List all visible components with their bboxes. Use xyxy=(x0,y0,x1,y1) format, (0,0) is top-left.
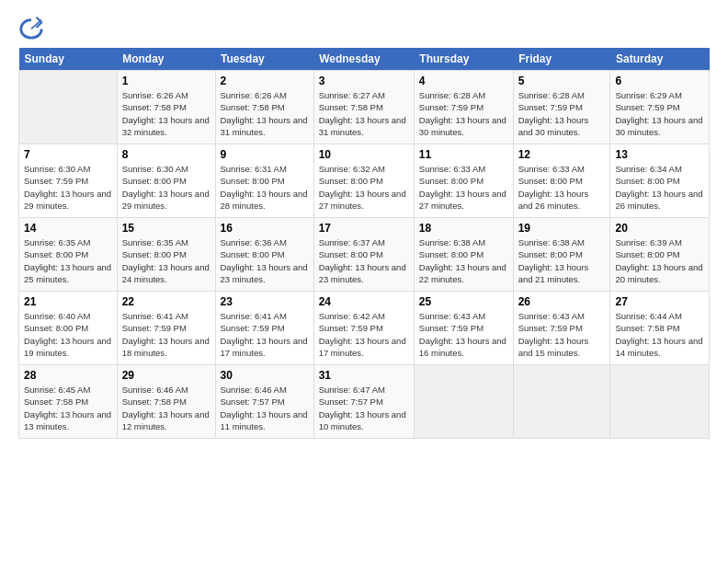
calendar-cell: 28Sunrise: 6:45 AMSunset: 7:58 PMDayligh… xyxy=(19,365,118,439)
calendar-cell: 7Sunrise: 6:30 AMSunset: 7:59 PMDaylight… xyxy=(19,144,118,218)
day-number: 14 xyxy=(24,222,112,235)
day-info: Sunrise: 6:33 AMSunset: 8:00 PMDaylight:… xyxy=(518,163,606,212)
calendar-cell: 12Sunrise: 6:33 AMSunset: 8:00 PMDayligh… xyxy=(513,144,610,218)
day-info: Sunrise: 6:29 AMSunset: 7:59 PMDaylight:… xyxy=(615,89,704,138)
day-header: Monday xyxy=(117,48,215,71)
calendar-cell: 31Sunrise: 6:47 AMSunset: 7:57 PMDayligh… xyxy=(313,365,414,439)
day-info: Sunrise: 6:28 AMSunset: 7:59 PMDaylight:… xyxy=(419,89,508,138)
day-number: 13 xyxy=(615,148,704,161)
day-info: Sunrise: 6:45 AMSunset: 7:58 PMDaylight:… xyxy=(24,384,112,432)
calendar-cell: 20Sunrise: 6:39 AMSunset: 8:00 PMDayligh… xyxy=(610,218,710,292)
header-row: SundayMondayTuesdayWednesdayThursdayFrid… xyxy=(19,48,710,71)
day-info: Sunrise: 6:35 AMSunset: 8:00 PMDaylight:… xyxy=(24,236,112,285)
day-info: Sunrise: 6:42 AMSunset: 7:59 PMDaylight:… xyxy=(319,310,409,359)
calendar-cell: 11Sunrise: 6:33 AMSunset: 8:00 PMDayligh… xyxy=(414,144,513,218)
day-number: 9 xyxy=(221,148,309,161)
day-info: Sunrise: 6:47 AMSunset: 7:57 PMDaylight:… xyxy=(319,384,409,432)
calendar-cell: 9Sunrise: 6:31 AMSunset: 8:00 PMDaylight… xyxy=(215,144,313,218)
day-number: 11 xyxy=(419,148,508,161)
day-number: 1 xyxy=(122,75,210,87)
calendar-cell xyxy=(610,365,710,439)
day-number: 30 xyxy=(221,369,309,382)
day-info: Sunrise: 6:40 AMSunset: 8:00 PMDaylight:… xyxy=(24,310,112,359)
calendar-cell: 3Sunrise: 6:27 AMSunset: 7:58 PMDaylight… xyxy=(313,71,414,144)
day-info: Sunrise: 6:33 AMSunset: 8:00 PMDaylight:… xyxy=(419,163,508,212)
day-number: 22 xyxy=(122,295,210,308)
day-number: 4 xyxy=(419,75,508,87)
header-area xyxy=(18,15,710,40)
calendar-week-row: 7Sunrise: 6:30 AMSunset: 7:59 PMDaylight… xyxy=(19,144,710,218)
day-number: 7 xyxy=(24,148,112,161)
calendar-cell: 23Sunrise: 6:41 AMSunset: 7:59 PMDayligh… xyxy=(215,292,313,365)
day-number: 15 xyxy=(122,222,210,235)
calendar-cell: 10Sunrise: 6:32 AMSunset: 8:00 PMDayligh… xyxy=(313,144,414,218)
day-info: Sunrise: 6:26 AMSunset: 7:58 PMDaylight:… xyxy=(221,89,309,138)
day-header: Wednesday xyxy=(313,48,414,71)
calendar-cell xyxy=(513,365,610,439)
day-number: 8 xyxy=(122,148,210,161)
day-info: Sunrise: 6:26 AMSunset: 7:58 PMDaylight:… xyxy=(122,89,210,138)
day-number: 24 xyxy=(319,295,409,308)
calendar-cell: 24Sunrise: 6:42 AMSunset: 7:59 PMDayligh… xyxy=(313,292,414,365)
calendar-cell: 27Sunrise: 6:44 AMSunset: 7:58 PMDayligh… xyxy=(610,292,710,365)
day-info: Sunrise: 6:28 AMSunset: 7:59 PMDaylight:… xyxy=(518,89,606,138)
day-number: 3 xyxy=(319,75,409,87)
day-info: Sunrise: 6:36 AMSunset: 8:00 PMDaylight:… xyxy=(221,236,309,285)
calendar-cell: 15Sunrise: 6:35 AMSunset: 8:00 PMDayligh… xyxy=(117,218,215,292)
calendar-cell: 4Sunrise: 6:28 AMSunset: 7:59 PMDaylight… xyxy=(414,71,513,144)
calendar-cell: 16Sunrise: 6:36 AMSunset: 8:00 PMDayligh… xyxy=(215,218,313,292)
day-info: Sunrise: 6:41 AMSunset: 7:59 PMDaylight:… xyxy=(221,310,309,359)
calendar-cell: 6Sunrise: 6:29 AMSunset: 7:59 PMDaylight… xyxy=(610,71,710,144)
calendar-table: SundayMondayTuesdayWednesdayThursdayFrid… xyxy=(18,48,710,439)
day-info: Sunrise: 6:44 AMSunset: 7:58 PMDaylight:… xyxy=(615,310,704,359)
day-info: Sunrise: 6:39 AMSunset: 8:00 PMDaylight:… xyxy=(615,236,704,285)
calendar-cell: 21Sunrise: 6:40 AMSunset: 8:00 PMDayligh… xyxy=(19,292,118,365)
calendar-cell: 2Sunrise: 6:26 AMSunset: 7:58 PMDaylight… xyxy=(215,71,313,144)
day-header: Tuesday xyxy=(215,48,313,71)
day-info: Sunrise: 6:46 AMSunset: 7:58 PMDaylight:… xyxy=(122,384,210,432)
day-number: 12 xyxy=(518,148,606,161)
day-number: 20 xyxy=(615,222,704,235)
calendar-week-row: 21Sunrise: 6:40 AMSunset: 8:00 PMDayligh… xyxy=(19,292,710,365)
day-info: Sunrise: 6:38 AMSunset: 8:00 PMDaylight:… xyxy=(419,236,508,285)
calendar-cell xyxy=(414,365,513,439)
calendar-cell: 22Sunrise: 6:41 AMSunset: 7:59 PMDayligh… xyxy=(117,292,215,365)
calendar-cell: 25Sunrise: 6:43 AMSunset: 7:59 PMDayligh… xyxy=(414,292,513,365)
calendar-cell: 26Sunrise: 6:43 AMSunset: 7:59 PMDayligh… xyxy=(513,292,610,365)
day-number: 27 xyxy=(615,295,704,308)
day-number: 23 xyxy=(221,295,309,308)
logo-icon xyxy=(18,15,44,40)
logo xyxy=(18,15,48,40)
day-info: Sunrise: 6:38 AMSunset: 8:00 PMDaylight:… xyxy=(518,236,606,285)
day-number: 10 xyxy=(319,148,409,161)
day-header: Thursday xyxy=(414,48,513,71)
day-info: Sunrise: 6:43 AMSunset: 7:59 PMDaylight:… xyxy=(518,310,606,359)
day-info: Sunrise: 6:34 AMSunset: 8:00 PMDaylight:… xyxy=(615,163,704,212)
day-number: 21 xyxy=(24,295,112,308)
calendar-cell: 29Sunrise: 6:46 AMSunset: 7:58 PMDayligh… xyxy=(117,365,215,439)
day-number: 29 xyxy=(122,369,210,382)
calendar-cell: 30Sunrise: 6:46 AMSunset: 7:57 PMDayligh… xyxy=(215,365,313,439)
day-info: Sunrise: 6:30 AMSunset: 7:59 PMDaylight:… xyxy=(24,163,112,212)
day-info: Sunrise: 6:46 AMSunset: 7:57 PMDaylight:… xyxy=(221,384,309,432)
day-info: Sunrise: 6:30 AMSunset: 8:00 PMDaylight:… xyxy=(122,163,210,212)
day-info: Sunrise: 6:35 AMSunset: 8:00 PMDaylight:… xyxy=(122,236,210,285)
day-info: Sunrise: 6:32 AMSunset: 8:00 PMDaylight:… xyxy=(319,163,409,212)
day-number: 25 xyxy=(419,295,508,308)
calendar-week-row: 14Sunrise: 6:35 AMSunset: 8:00 PMDayligh… xyxy=(19,218,710,292)
calendar-cell: 13Sunrise: 6:34 AMSunset: 8:00 PMDayligh… xyxy=(610,144,710,218)
calendar-cell xyxy=(19,71,118,144)
day-number: 2 xyxy=(221,75,309,87)
day-number: 31 xyxy=(319,369,409,382)
calendar-cell: 8Sunrise: 6:30 AMSunset: 8:00 PMDaylight… xyxy=(117,144,215,218)
day-info: Sunrise: 6:41 AMSunset: 7:59 PMDaylight:… xyxy=(122,310,210,359)
calendar-cell: 18Sunrise: 6:38 AMSunset: 8:00 PMDayligh… xyxy=(414,218,513,292)
day-info: Sunrise: 6:43 AMSunset: 7:59 PMDaylight:… xyxy=(419,310,508,359)
day-header: Sunday xyxy=(19,48,118,71)
day-header: Saturday xyxy=(610,48,710,71)
day-number: 6 xyxy=(615,75,704,87)
day-number: 19 xyxy=(518,222,606,235)
calendar-cell: 14Sunrise: 6:35 AMSunset: 8:00 PMDayligh… xyxy=(19,218,118,292)
day-header: Friday xyxy=(513,48,610,71)
calendar-cell: 5Sunrise: 6:28 AMSunset: 7:59 PMDaylight… xyxy=(513,71,610,144)
